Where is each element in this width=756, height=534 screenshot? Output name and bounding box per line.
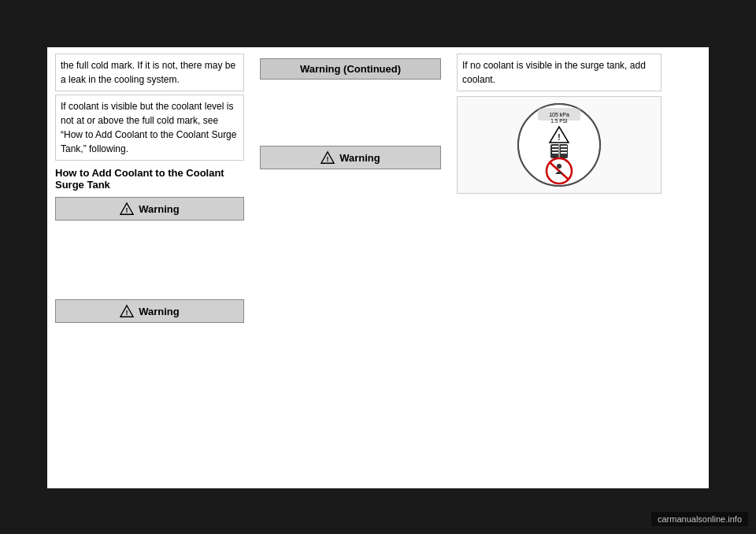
- warning-banner-middle: ! Warning: [260, 146, 441, 169]
- coolant-diagram-svg: 105 kPa 1.5 PSI !: [516, 102, 602, 188]
- coolant-image-block: 105 kPa 1.5 PSI !: [457, 96, 662, 194]
- watermark: carmanualsonline.info: [651, 512, 748, 526]
- column-middle: Warning (Continued) ! Warning: [252, 47, 449, 488]
- right-text-block: If no coolant is visible in the surge ta…: [457, 54, 662, 91]
- warning-label-middle: Warning: [339, 152, 380, 164]
- svg-rect-15: [561, 152, 567, 154]
- svg-text:!: !: [327, 155, 329, 163]
- text-block-2: If coolant is visible but the coolant le…: [55, 95, 244, 161]
- warning-triangle-icon-1: !: [120, 202, 134, 216]
- svg-text:1.5 PSI: 1.5 PSI: [550, 118, 568, 124]
- svg-text:105 kPa: 105 kPa: [549, 112, 569, 117]
- warning-banner-1: ! Warning: [55, 197, 244, 221]
- svg-rect-11: [552, 149, 558, 150]
- warning-continued-label: Warning (Continued): [300, 63, 401, 75]
- warning-triangle-icon-3: !: [321, 150, 335, 165]
- right-text-1: If no coolant is visible in the surge ta…: [462, 60, 646, 85]
- svg-point-18: [557, 164, 561, 169]
- text-block-1: the full cold mark. If it is not, there …: [55, 54, 244, 91]
- warning-continued-banner: Warning (Continued): [260, 58, 441, 80]
- svg-rect-13: [561, 146, 567, 147]
- block2-text: If coolant is visible but the coolant le…: [61, 101, 236, 154]
- warning-triangle-icon-2: !: [120, 304, 134, 318]
- svg-text:!: !: [126, 206, 128, 214]
- svg-rect-10: [552, 146, 558, 147]
- block1-text: the full cold mark. If it is not, there …: [61, 60, 235, 85]
- svg-text:!: !: [558, 133, 560, 142]
- section-heading: How to Add Coolant to the Coolant Surge …: [55, 165, 244, 192]
- warning-label-2: Warning: [139, 306, 180, 317]
- column-right: If no coolant is visible in the surge ta…: [449, 47, 669, 488]
- warning-label-1: Warning: [139, 203, 180, 215]
- column-left: the full cold mark. If it is not, there …: [47, 47, 252, 488]
- svg-rect-12: [552, 152, 558, 154]
- svg-text:!: !: [126, 309, 128, 317]
- svg-rect-14: [561, 149, 567, 150]
- warning-banner-2: ! Warning: [55, 299, 244, 323]
- page-content: the full cold mark. If it is not, there …: [47, 47, 709, 488]
